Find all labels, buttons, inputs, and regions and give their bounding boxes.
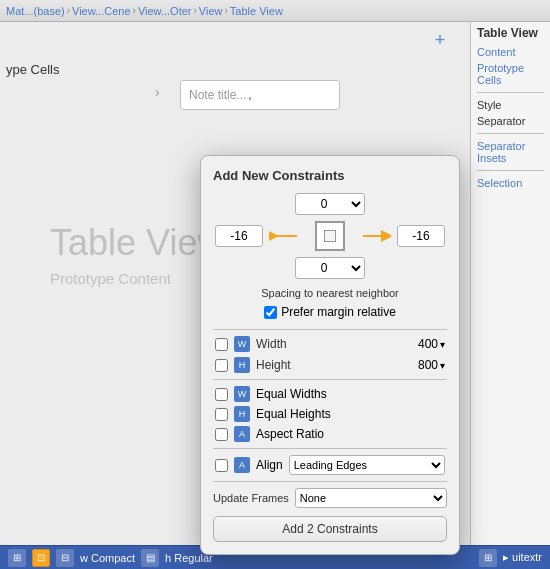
- align-label: Align: [256, 458, 283, 472]
- right-panel-prototype-cells[interactable]: Prototype Cells: [477, 62, 544, 86]
- breadcrumb-sep-4: ›: [225, 5, 228, 16]
- left-constraint: -16: [215, 225, 263, 247]
- align-select[interactable]: Leading Edges: [289, 455, 445, 475]
- right-panel-divider-1: [477, 92, 544, 93]
- divider-3: [213, 448, 447, 449]
- width-label: Width: [256, 337, 412, 351]
- height-value: 800: [418, 358, 438, 372]
- aspect-ratio-checkbox[interactable]: [215, 428, 228, 441]
- add-constraints-dialog: Add New Constraints 0 -16: [200, 155, 460, 555]
- equal-heights-label: Equal Heights: [256, 407, 331, 421]
- divider-1: [213, 329, 447, 330]
- right-panel-content[interactable]: Content: [477, 46, 544, 58]
- width-value: 400: [418, 337, 438, 351]
- compact-label: w Compact: [80, 552, 135, 564]
- right-value-select[interactable]: -16: [397, 225, 445, 247]
- breadcrumb-bar: Mat...(base) › View...Cene › View...Oter…: [0, 0, 550, 22]
- height-label: Height: [256, 358, 412, 372]
- align-icon: A: [234, 457, 250, 473]
- equal-heights-row: H Equal Heights: [213, 406, 447, 422]
- bottom-value-select[interactable]: 0: [295, 257, 365, 279]
- right-panel-selection[interactable]: Selection: [477, 177, 544, 189]
- breadcrumb-sep-1: ›: [67, 5, 70, 16]
- right-panel-divider-2: [477, 133, 544, 134]
- comma-separator: ,: [248, 88, 251, 102]
- align-row: A Align Leading Edges: [213, 455, 447, 475]
- update-frames-select[interactable]: None: [295, 488, 447, 508]
- width-icon: W: [234, 336, 250, 352]
- equal-heights-icon: H: [234, 406, 250, 422]
- bottom-constraint-row: 0: [213, 257, 447, 279]
- type-cells-label: ype Cells: [6, 62, 59, 77]
- center-constraint-box: [315, 221, 345, 251]
- toolbar-icon-1[interactable]: ⊞: [8, 549, 26, 567]
- left-value-select[interactable]: -16: [215, 225, 263, 247]
- toolbar-icon-grid[interactable]: ⊞: [479, 549, 497, 567]
- height-checkbox[interactable]: [215, 359, 228, 372]
- top-constraint-row: 0: [213, 193, 447, 215]
- uitext-label: ▸ uitextr: [503, 551, 542, 564]
- align-checkbox[interactable]: [215, 459, 228, 472]
- toolbar-icon-4[interactable]: ▤: [141, 549, 159, 567]
- width-value-container: 400 ▾: [418, 337, 445, 351]
- height-row: H Height 800 ▾: [213, 357, 447, 373]
- note-title-placeholder: Note title...: [189, 88, 246, 102]
- aspect-ratio-label: Aspect Ratio: [256, 427, 324, 441]
- height-value-container: 800 ▾: [418, 358, 445, 372]
- middle-constraint-row: -16 -16: [213, 221, 447, 251]
- right-panel-separator-insets[interactable]: Separator Insets: [477, 140, 544, 164]
- right-panel-separator[interactable]: Separator: [477, 115, 544, 127]
- dialog-title: Add New Constraints: [213, 168, 447, 183]
- prototype-content-watermark: Prototype Content: [50, 270, 171, 287]
- height-dropdown-arrow: ▾: [440, 360, 445, 371]
- note-title-input[interactable]: Note title... ,: [180, 80, 340, 110]
- prefer-margin-label: Prefer margin relative: [281, 305, 396, 319]
- breadcrumb-sep-3: ›: [194, 5, 197, 16]
- right-constraint: -16: [397, 225, 445, 247]
- top-value-select[interactable]: 0: [295, 193, 365, 215]
- add-button[interactable]: +: [430, 30, 450, 50]
- update-frames-label: Update Frames: [213, 492, 289, 504]
- update-frames-row: Update Frames None: [213, 488, 447, 508]
- breadcrumb-item-3[interactable]: View...Oter: [138, 5, 192, 17]
- equal-widths-icon: W: [234, 386, 250, 402]
- right-panel-style[interactable]: Style: [477, 99, 544, 111]
- width-checkbox[interactable]: [215, 338, 228, 351]
- equal-heights-checkbox[interactable]: [215, 408, 228, 421]
- right-panel-title: Table View: [477, 26, 544, 40]
- toolbar-icon-2[interactable]: ⊡: [32, 549, 50, 567]
- add-constraints-button[interactable]: Add 2 Constraints: [213, 516, 447, 542]
- breadcrumb-item-1[interactable]: Mat...(base): [6, 5, 65, 17]
- width-row: W Width 400 ▾: [213, 336, 447, 352]
- equal-widths-checkbox[interactable]: [215, 388, 228, 401]
- prefer-margin-row: Prefer margin relative: [213, 305, 447, 319]
- equal-widths-label: Equal Widths: [256, 387, 327, 401]
- equal-widths-row: W Equal Widths: [213, 386, 447, 402]
- breadcrumb-sep-2: ›: [133, 5, 136, 16]
- breadcrumb-item-4[interactable]: View: [199, 5, 223, 17]
- left-arrow-indicator: [269, 225, 301, 247]
- breadcrumb-item-2[interactable]: View...Cene: [72, 5, 131, 17]
- divider-4: [213, 481, 447, 482]
- height-icon: H: [234, 357, 250, 373]
- spacing-text: Spacing to nearest neighbor: [213, 287, 447, 299]
- table-view-watermark: Table View: [50, 222, 223, 264]
- right-arrow-indicator: [359, 225, 391, 247]
- aspect-ratio-icon: A: [234, 426, 250, 442]
- aspect-ratio-row: A Aspect Ratio: [213, 426, 447, 442]
- chevron-right-icon: ›: [155, 84, 160, 100]
- right-panel-divider-3: [477, 170, 544, 171]
- breadcrumb-item-5[interactable]: Table View: [230, 5, 283, 17]
- right-panel: Table View Content Prototype Cells Style…: [470, 22, 550, 545]
- inner-box: [324, 230, 336, 242]
- prefer-margin-checkbox[interactable]: [264, 306, 277, 319]
- divider-2: [213, 379, 447, 380]
- toolbar-icon-3[interactable]: ⊟: [56, 549, 74, 567]
- width-dropdown-arrow: ▾: [440, 339, 445, 350]
